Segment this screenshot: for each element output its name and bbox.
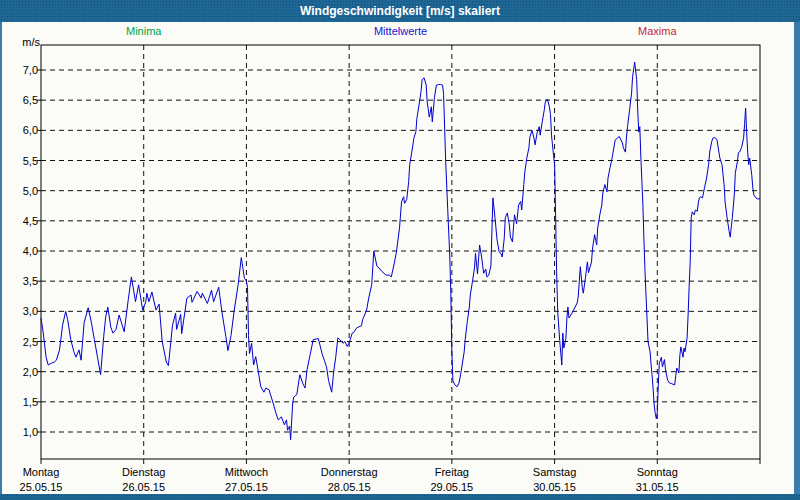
wind-chart-window: Windgeschwindigkeit [m/s] skaliert m/s M… (0, 0, 800, 500)
plot-border (41, 45, 760, 459)
wind-speed-line (41, 62, 760, 440)
wind-speed-chart (0, 0, 800, 500)
